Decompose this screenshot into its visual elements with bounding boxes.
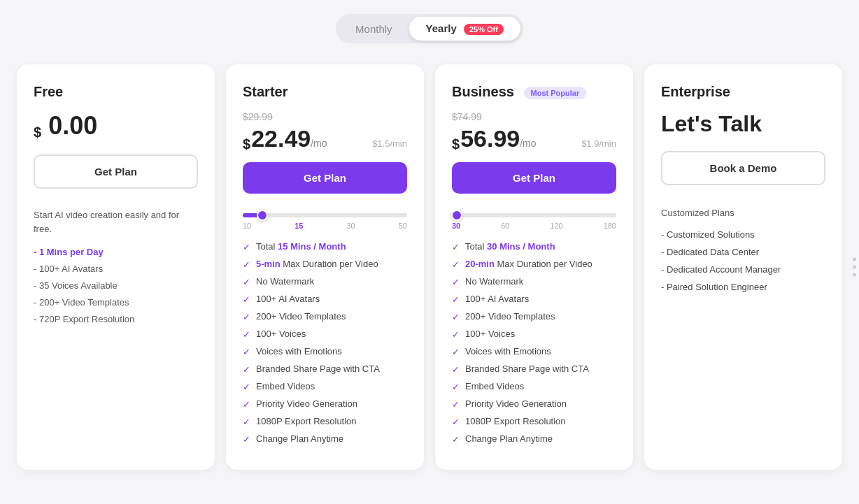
discount-badge: 25% Off	[464, 24, 504, 35]
check-icon: ✓	[243, 382, 250, 392]
check-icon: ✓	[452, 277, 460, 287]
feature-list-starter: ✓ Total 15 Mins / Month ✓ 5-min Max Dura…	[243, 241, 407, 445]
plans-wrapper: Free $ 0.00 Get Plan Start AI video crea…	[17, 64, 842, 470]
monthly-option[interactable]: Monthly	[339, 17, 409, 41]
plan-card-enterprise: Enterprise Let's Talk Book a Demo Custom…	[644, 64, 842, 470]
price-symbol-free: $	[34, 124, 41, 141]
price-value-starter: 22.49	[251, 125, 311, 152]
get-plan-button-free[interactable]: Get Plan	[34, 154, 198, 189]
slider-track-starter	[243, 213, 407, 217]
book-demo-button[interactable]: Book a Demo	[661, 151, 825, 185]
check-icon: ✓	[243, 259, 250, 270]
original-price-starter: $29.99	[243, 111, 407, 122]
feature-business-7: ✓ Branded Share Page with CTA	[452, 363, 616, 375]
feature-list-free: - 1 Mins per Day - 100+ AI Avatars - 35 …	[34, 247, 198, 324]
price-period-starter: /mo	[311, 138, 327, 149]
enterprise-feature-3: - Paired Solution Engineer	[661, 282, 825, 292]
feature-business-8: ✓ Embed Videos	[452, 381, 616, 392]
get-plan-button-starter[interactable]: Get Plan	[243, 162, 407, 194]
check-icon: ✓	[452, 242, 460, 252]
check-icon: ✓	[243, 312, 250, 322]
original-price-business: $74.99	[452, 111, 616, 122]
toggle-container: Monthly Yearly 25% Off	[336, 14, 523, 43]
feature-starter-1: ✓ 5-min Max Duration per Video	[243, 259, 407, 270]
plan-name-business: Business Most Popular	[452, 84, 616, 100]
check-icon: ✓	[243, 399, 250, 410]
most-popular-badge: Most Popular	[524, 87, 587, 99]
feature-business-6: ✓ Voices with Emotions	[452, 346, 616, 357]
feature-item-free-3: - 200+ Video Templates	[34, 297, 198, 308]
feature-starter-10: ✓ 1080P Export Resolution	[243, 416, 407, 427]
check-icon: ✓	[452, 434, 460, 445]
feature-starter-7: ✓ Branded Share Page with CTA	[243, 363, 407, 375]
check-icon: ✓	[452, 399, 460, 410]
slider-labels-starter: 10 15 30 50	[243, 222, 407, 230]
feature-starter-5: ✓ 100+ Voices	[243, 329, 407, 340]
check-icon: ✓	[452, 382, 460, 392]
feature-starter-3: ✓ 100+ AI Avatars	[243, 294, 407, 305]
plan-card-business: Business Most Popular $74.99 $ 56.99 /mo…	[435, 64, 633, 470]
plan-name-free: Free	[34, 84, 198, 100]
plan-name-enterprise: Enterprise	[661, 84, 825, 100]
feature-business-10: ✓ 1080P Export Resolution	[452, 416, 616, 427]
dots-decoration	[853, 258, 856, 277]
feature-item-free-4: - 720P Export Resolution	[34, 314, 198, 324]
slider-thumb-starter[interactable]	[257, 210, 268, 221]
price-value-free: 0.00	[48, 111, 97, 141]
get-plan-button-business[interactable]: Get Plan	[452, 162, 616, 194]
check-icon: ✓	[243, 417, 250, 427]
enterprise-feature-1: - Dedicated Data Center	[661, 247, 825, 257]
dot-3	[853, 273, 856, 277]
feature-business-0: ✓ Total 30 Mins / Month	[452, 241, 616, 252]
slider-starter[interactable]: 10 15 30 50	[243, 213, 407, 230]
feature-starter-6: ✓ Voices with Emotions	[243, 346, 407, 357]
price-value-business: 56.99	[460, 125, 520, 152]
plan-name-starter: Starter	[243, 84, 407, 100]
yearly-option[interactable]: Yearly 25% Off	[409, 17, 520, 41]
dot-2	[853, 266, 856, 269]
price-row-business: $ 56.99 /mo $1.9/min	[452, 125, 616, 152]
check-icon: ✓	[452, 259, 460, 270]
price-per-min-starter: $1.5/min	[372, 138, 407, 149]
price-row-free: $ 0.00	[34, 111, 198, 141]
feature-item-free-2: - 35 Voices Available	[34, 280, 198, 291]
enterprise-feature-list: - Customized Solutions - Dedicated Data …	[661, 229, 825, 292]
check-icon: ✓	[243, 347, 250, 357]
feature-starter-2: ✓ No Watermark	[243, 276, 407, 287]
check-icon: ✓	[243, 294, 250, 305]
feature-business-11: ✓ Change Plan Anytime	[452, 433, 616, 445]
feature-starter-9: ✓ Priority Video Generation	[243, 398, 407, 410]
slider-thumb-business[interactable]	[451, 210, 462, 221]
check-icon: ✓	[243, 329, 250, 340]
check-icon: ✓	[452, 417, 460, 427]
plan-card-starter: Starter $29.99 $ 22.49 /mo $1.5/min Get …	[226, 64, 424, 470]
slider-track-business	[452, 213, 616, 217]
price-row-starter: $ 22.49 /mo $1.5/min	[243, 125, 407, 152]
slider-business[interactable]: 30 60 120 180	[452, 213, 616, 230]
check-icon: ✓	[452, 329, 460, 340]
feature-business-3: ✓ 100+ AI Avatars	[452, 294, 616, 305]
feature-starter-11: ✓ Change Plan Anytime	[243, 433, 407, 445]
feature-business-2: ✓ No Watermark	[452, 276, 616, 287]
price-per-min-business: $1.9/min	[581, 138, 616, 149]
feature-business-4: ✓ 200+ Video Templates	[452, 311, 616, 322]
check-icon: ✓	[452, 364, 460, 375]
let-talk: Let's Talk	[661, 111, 825, 137]
feature-starter-0: ✓ Total 15 Mins / Month	[243, 241, 407, 252]
feature-starter-4: ✓ 200+ Video Templates	[243, 311, 407, 322]
feature-item-free-0: - 1 Mins per Day	[34, 247, 198, 257]
check-icon: ✓	[243, 242, 250, 252]
feature-business-5: ✓ 100+ Voices	[452, 329, 616, 340]
enterprise-description: Customized Plans	[661, 208, 825, 218]
check-icon: ✓	[243, 277, 250, 287]
check-icon: ✓	[243, 434, 250, 445]
enterprise-feature-2: - Dedicated Account Manager	[661, 264, 825, 275]
yearly-label: Yearly	[426, 22, 457, 34]
check-icon: ✓	[243, 364, 250, 375]
monthly-label: Monthly	[355, 23, 392, 35]
dot-1	[853, 258, 856, 261]
feature-starter-8: ✓ Embed Videos	[243, 381, 407, 392]
check-icon: ✓	[452, 294, 460, 305]
price-symbol-starter: $	[243, 136, 250, 152]
feature-list-business: ✓ Total 30 Mins / Month ✓ 20-min Max Dur…	[452, 241, 616, 445]
